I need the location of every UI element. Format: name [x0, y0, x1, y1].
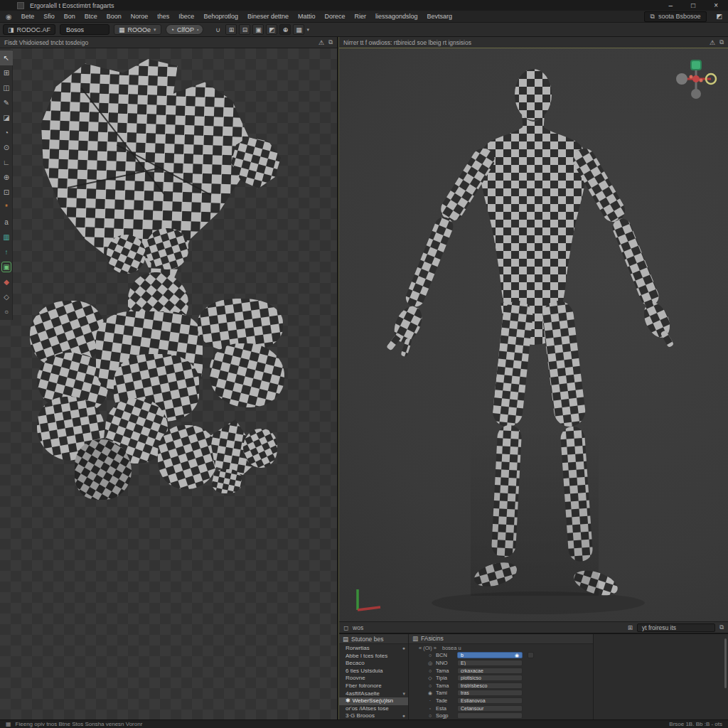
toggle-icon[interactable]: ·: [427, 698, 433, 703]
view-layer-icon[interactable]: ◩: [716, 13, 722, 20]
menu-item[interactable]: Dorece: [325, 13, 346, 20]
corner-tool[interactable]: ∟: [0, 155, 13, 170]
snapping-button[interactable]: ◩: [266, 24, 277, 35]
measure-tool[interactable]: ▥: [0, 230, 13, 245]
menu-item[interactable]: Mattio: [298, 13, 316, 20]
property-field[interactable]: [457, 712, 523, 719]
menu-item[interactable]: Rier: [355, 13, 367, 20]
list-item[interactable]: 4asftifAsaelte▾: [339, 690, 408, 698]
copy-icon[interactable]: ⧉: [719, 38, 724, 46]
property-field[interactable]: tnstrisbesco: [457, 682, 523, 689]
property-field[interactable]: E): [457, 660, 523, 666]
list-item-selected[interactable]: ✱WeberSse(u)lsn: [339, 697, 408, 705]
more-options-caret[interactable]: ▾: [306, 27, 309, 33]
toggle-icon[interactable]: ◦: [427, 706, 433, 711]
select-tool[interactable]: ↖: [0, 50, 13, 65]
scene-icon: ⧉: [651, 13, 655, 21]
mask-tool[interactable]: ◆: [0, 274, 13, 289]
property-field[interactable]: piotisicso: [457, 675, 523, 681]
list-item[interactable]: Abbe l tces fotes: [339, 653, 408, 660]
close-button[interactable]: ×: [714, 1, 718, 9]
breadcrumb[interactable]: « (Oi) »: [419, 645, 437, 651]
workspace-field[interactable]: Bosos: [60, 24, 109, 35]
list-item[interactable]: Fber fotronore: [339, 682, 408, 690]
shape-tool[interactable]: ◇: [0, 289, 13, 304]
menu-item[interactable]: Bineser dettne: [247, 13, 289, 20]
texture-tool[interactable]: ▣: [0, 259, 13, 274]
menu-item[interactable]: Ibece: [178, 13, 194, 20]
field-extra-button[interactable]: [528, 652, 534, 658]
properties-title: FAsicins: [421, 635, 444, 642]
viewport-3d[interactable]: [339, 48, 728, 621]
properties-header[interactable]: ▥ FAsicins: [409, 634, 593, 644]
property-field[interactable]: crkaxacae: [457, 668, 523, 674]
grid-icon[interactable]: ◻: [343, 624, 348, 631]
toggle-icon[interactable]: ○: [427, 713, 433, 718]
list-item[interactable]: 6 ties Ustsduia: [339, 668, 408, 675]
clipboard-icon[interactable]: ⧉: [328, 38, 333, 46]
layout-icon[interactable]: ⊞: [628, 624, 633, 631]
menu-item[interactable]: liessagondslog: [375, 13, 418, 20]
app-logo-icon[interactable]: ◉: [6, 13, 12, 21]
property-field[interactable]: Cetansour: [457, 705, 523, 712]
app-icon: [17, 2, 24, 9]
status-left-text: Fieeng opiv tnos Btne Stos Sonsha venesn…: [16, 721, 143, 727]
status-bar: ▦ Fieeng opiv tnos Btne Stos Sonsha vene…: [0, 719, 728, 728]
maximize-button[interactable]: □: [691, 1, 695, 9]
editor-type-button[interactable]: ◨ RODOC.AF: [3, 24, 55, 35]
menu-item[interactable]: Noroe: [131, 13, 149, 20]
model-checker-human: [378, 55, 684, 621]
mode-dropdown[interactable]: ▦ ROOOe ▾: [114, 24, 161, 35]
properties-panel: ▥ FAsicins « (Oi) » bosea u ○ BCN b ◉: [409, 634, 594, 719]
grab-tool[interactable]: ⊡: [0, 185, 13, 200]
property-field[interactable]: Estianovoa: [457, 697, 523, 704]
property-field[interactable]: tras: [457, 690, 523, 696]
expand-icon[interactable]: ⧉: [719, 623, 724, 631]
box-select-tool[interactable]: ⊞: [0, 65, 13, 80]
list-item[interactable]: 3·G Brooos●: [339, 712, 408, 719]
up-arrow-tool[interactable]: ↑: [0, 245, 13, 259]
draw-tool[interactable]: ✎: [0, 95, 13, 110]
list-item[interactable]: Becaco: [339, 660, 408, 668]
transform-tool[interactable]: ⊕: [0, 170, 13, 185]
list-item[interactable]: Roovne: [339, 675, 408, 682]
proportional-edit-button[interactable]: ⊞: [225, 24, 237, 35]
uv-sync-button[interactable]: ⊟: [239, 24, 250, 35]
shading-dropdown[interactable]: ◔ ClfOP •: [166, 24, 204, 35]
overlays-button[interactable]: ⊕: [279, 24, 291, 35]
navigation-gizmo[interactable]: [674, 57, 718, 101]
pivot-point-button[interactable]: ▣: [252, 24, 264, 35]
menu-item[interactable]: thes: [157, 13, 169, 20]
uv-canvas[interactable]: ↖ ⊞ ◫ ✎ ◪ ◔ ⊙ ∟ ⊕ ⊡ * a ▥ ↑ ▣ ◆ ◇ ○: [0, 48, 337, 719]
brush-tool[interactable]: *: [0, 200, 13, 215]
toggle-icon[interactable]: ○: [427, 653, 433, 658]
list-item[interactable]: or'os /iAtses tose: [339, 705, 408, 713]
list-item[interactable]: Rorwrtias●: [339, 645, 408, 653]
cursor-tool[interactable]: ◫: [0, 80, 13, 95]
menu-item[interactable]: Sfio: [43, 13, 55, 20]
toggle-icon[interactable]: ◇: [427, 675, 433, 681]
property-field-active[interactable]: b ◉: [457, 652, 523, 658]
rotate-tool[interactable]: ⊙: [0, 140, 13, 155]
toggle-icon[interactable]: ○: [427, 683, 433, 688]
annotate-tool[interactable]: a: [0, 215, 13, 230]
menu-item[interactable]: Behoprotlog: [203, 13, 238, 20]
scene-selector[interactable]: ⧉ soota Bsbosoe: [644, 11, 707, 22]
scrollbar[interactable]: [724, 638, 727, 688]
toggle-icon[interactable]: ○: [427, 668, 433, 673]
menu-item[interactable]: Bete: [21, 13, 35, 20]
minimize-button[interactable]: –: [669, 1, 673, 9]
options-button[interactable]: ▦: [293, 24, 304, 35]
menu-item[interactable]: Boon: [107, 13, 122, 20]
magnet-snap-icon[interactable]: ∪: [212, 24, 223, 35]
footer-search-field[interactable]: yt froiresu its: [637, 623, 715, 632]
outliner-header[interactable]: ▤ Stutone bes: [339, 634, 408, 644]
circle-tool[interactable]: ○: [0, 304, 13, 319]
erase-tool[interactable]: ◪: [0, 110, 13, 125]
menu-item[interactable]: Bon: [64, 13, 75, 20]
toggle-icon[interactable]: ◎: [427, 660, 433, 666]
toggle-icon[interactable]: ◉: [427, 690, 433, 696]
pie-select-tool[interactable]: ◔: [0, 125, 13, 140]
menu-item[interactable]: Btce: [85, 13, 97, 20]
menu-item[interactable]: Bevtsarg: [427, 13, 453, 20]
